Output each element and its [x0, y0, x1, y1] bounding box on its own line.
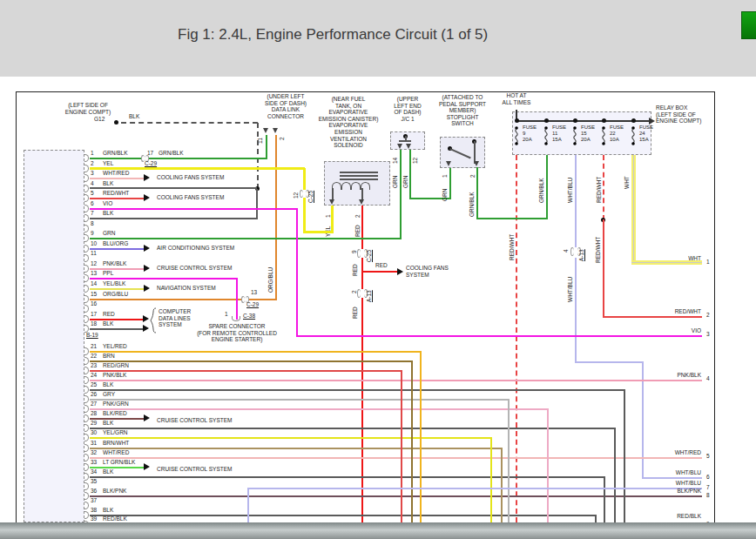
row-num: 9	[91, 230, 94, 237]
wire-vio-corner	[296, 208, 298, 337]
wire-row28	[90, 418, 144, 420]
row-color: BLK/RED	[103, 410, 127, 417]
wire-label-red: RED	[352, 303, 358, 319]
row-color: PNK/GRN	[103, 401, 129, 408]
wire-row1	[90, 158, 141, 159]
row-color: RED	[103, 311, 115, 318]
row-num: 12	[91, 260, 97, 267]
wire-redwht-fuse9	[516, 155, 517, 522]
row-num: 22	[91, 353, 97, 360]
connector-pin: 17	[147, 150, 153, 157]
right-pin-num: 2	[706, 312, 710, 319]
row-num: 8	[91, 220, 94, 227]
pin-arrow	[397, 144, 402, 149]
row-color: BLK	[103, 468, 113, 475]
jc1-pin-14: 14	[392, 152, 398, 164]
row-color: RED/BLK	[103, 515, 127, 522]
pin-arrow	[263, 128, 268, 133]
connector-c29: C-29	[246, 301, 259, 308]
arrow	[144, 174, 150, 181]
row-color: PNK/BLK	[103, 372, 126, 379]
wire-label-red: RED	[352, 260, 358, 276]
connector-pin: 2	[351, 285, 357, 293]
wire-wht-fuse24	[631, 155, 636, 264]
wire-row34	[90, 476, 605, 478]
jc1-label: (UPPERLEFT ENDOF DASH)J/C 1	[385, 96, 430, 122]
jc1-line	[399, 140, 411, 142]
wire-grnblk-fuse11	[546, 155, 548, 219]
row-num: 23	[91, 362, 97, 369]
g12-wire-label: BLK	[129, 113, 139, 120]
bus-junction-dot	[544, 118, 549, 123]
arrow	[143, 325, 149, 332]
wire-vio-pin3	[296, 335, 702, 337]
wire-blk-down	[624, 389, 625, 522]
pin-arrow	[406, 144, 411, 149]
row-num: 5	[91, 190, 94, 197]
bus-line	[516, 120, 649, 122]
bottom-status-band	[0, 522, 756, 539]
wire-label-redwht: RED/WHT	[595, 223, 601, 263]
right-pin-num: 8	[706, 492, 710, 499]
wire-row25	[90, 389, 625, 391]
system-label: COOLING FANS SYSTEM	[157, 194, 224, 201]
wire-row6	[90, 208, 297, 210]
wire-row24	[90, 380, 702, 381]
arrow	[144, 265, 150, 272]
wire-row13	[90, 278, 238, 280]
row-num: 1	[91, 150, 94, 157]
row-num: 4	[91, 180, 94, 187]
green-button[interactable]	[741, 11, 756, 39]
right-pin-label: WHT	[649, 255, 701, 262]
wire-redwht-pin2	[603, 316, 702, 318]
dlc-pin-2: 2	[279, 131, 285, 140]
wire-row1	[149, 158, 267, 159]
system-label: CRUISE CONTROL SYSTEM	[157, 466, 232, 473]
row-color: YEL	[103, 160, 113, 167]
wire-whtblu-fuse15	[575, 155, 577, 247]
wiring-diagram-page: { "header": { "title": "Fig 1: 2.4L, Eng…	[0, 0, 756, 539]
wire-label-wht: WHT	[624, 165, 630, 189]
wire-row36	[90, 495, 702, 497]
row-num: 2	[91, 160, 94, 167]
jc1-pin-12: 12	[412, 152, 418, 164]
arrow	[144, 285, 150, 292]
left-connector-box	[24, 150, 84, 522]
arrow	[144, 414, 150, 421]
switch-pin-2: 2	[469, 169, 476, 178]
wire-yelgrn-down	[490, 437, 492, 522]
hot-at-all-times-label: HOT ATALL TIMES	[497, 92, 536, 105]
row-color: BLK	[103, 420, 113, 427]
g12-location-label: (LEFT SIDE OFENGINE COMPT)	[61, 102, 115, 115]
wire-row10	[90, 248, 144, 250]
row-num: 15	[91, 291, 97, 298]
row-color: BRN	[103, 353, 115, 360]
row-color: YEL/RED	[103, 343, 127, 350]
system-label: CRUISE CONTROL SYSTEM	[157, 417, 232, 424]
wire-row5	[90, 198, 144, 199]
spare-connector-label: SPARE CONNECTOR(FOR REMOTE CONTROLLEDENG…	[177, 323, 297, 343]
row-color: BLK	[103, 507, 113, 514]
fuse-symbol	[512, 125, 521, 148]
wire-row33	[90, 467, 144, 468]
pin-arrow	[359, 199, 364, 205]
row-color: LT GRN/BLK	[103, 459, 135, 466]
row-num: 35	[91, 478, 97, 485]
fuse-11-label: FUSE1115A	[552, 125, 566, 143]
wire-yel	[303, 231, 334, 233]
connector-wire: GRN/BLK	[159, 150, 184, 157]
coil-core	[340, 172, 378, 173]
connector-c25: C-25	[307, 184, 314, 203]
right-pin-label: RED/WHT	[649, 308, 701, 315]
wire-row22	[90, 360, 413, 362]
wire-whtblu-pin6	[642, 477, 702, 479]
right-pin-label: WHT/BLU	[649, 469, 701, 476]
system-label: COOLING FANS SYSTEM	[157, 174, 224, 181]
row-num: 28	[91, 410, 97, 417]
row-num: 16	[91, 300, 97, 307]
wire-row17	[90, 319, 143, 320]
right-pin-num: 3	[706, 331, 710, 338]
pin-arrow	[446, 161, 451, 166]
wire-gry-down	[508, 399, 510, 522]
wire-row32	[90, 457, 702, 459]
